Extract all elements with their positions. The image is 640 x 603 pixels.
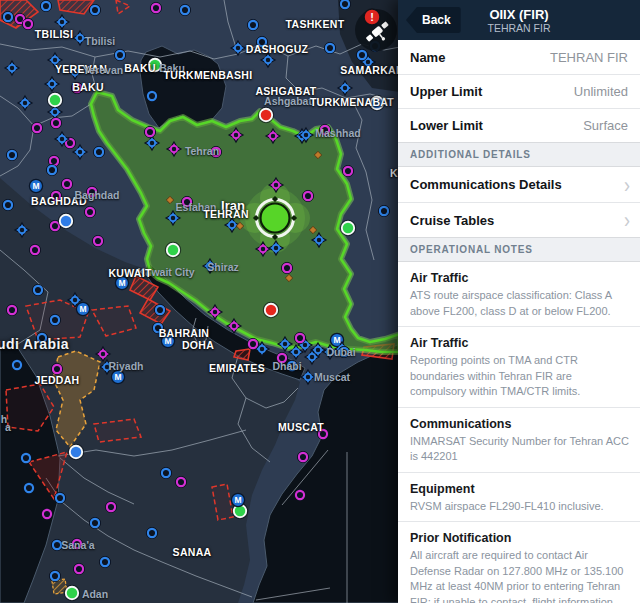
waypoint-blue-ring[interactable] [247, 19, 258, 30]
link-cruise-tables[interactable]: Cruise Tables › [398, 202, 640, 237]
waypoint-blue-ring[interactable] [36, 332, 47, 343]
back-button[interactable]: Back [406, 7, 461, 33]
airport-red-dot[interactable] [264, 303, 279, 318]
waypoint-blue-ring[interactable] [114, 49, 125, 60]
waypoint-magenta-ring[interactable] [302, 190, 313, 201]
waypoint-magenta-ring[interactable] [86, 186, 97, 197]
waypoint-blue-compass[interactable] [73, 31, 87, 45]
waypoint-blue-ring[interactable] [46, 164, 57, 175]
airspace-area-red-hatch[interactable] [58, 0, 94, 14]
waypoint-blue-ring[interactable] [40, 0, 51, 11]
waypoint-magenta-ring[interactable] [294, 489, 305, 500]
waypoint-magenta-ring[interactable] [294, 332, 305, 343]
waypoint-blue-compass[interactable] [338, 81, 352, 95]
waypoint-magenta-ring[interactable] [247, 338, 258, 349]
waypoint-blue-ring[interactable] [49, 314, 60, 325]
waypoint-blue-compass[interactable] [231, 41, 245, 55]
waypoint-magenta-ring[interactable] [92, 235, 103, 246]
airspace-area-red-dash[interactable] [116, 0, 130, 14]
waypoint-blue-ring[interactable] [338, 346, 349, 357]
map[interactable]: MMMMMMM! TBILISITbilisiYEREVANYerevanBAK… [0, 0, 400, 603]
waypoint-magenta-ring[interactable] [31, 122, 42, 133]
tfr-notification-icon[interactable]: ! [355, 9, 397, 51]
marker-m-circle[interactable]: M [115, 276, 128, 289]
waypoint-blue-ring[interactable] [51, 539, 62, 550]
waypoint-blue-ring[interactable] [154, 304, 165, 315]
waypoint-blue-compass[interactable] [48, 53, 62, 67]
waypoint-magenta-ring[interactable] [175, 476, 186, 487]
waypoint-magenta-ring[interactable] [317, 428, 328, 439]
waypoint-blue-compass[interactable] [45, 77, 59, 91]
waypoint-magenta-ring[interactable] [6, 304, 17, 315]
waypoint-blue-ring[interactable] [356, 49, 367, 60]
airport-green-dot[interactable] [65, 586, 80, 601]
waypoint-blue-ring[interactable] [32, 284, 43, 295]
waypoint-blue-compass[interactable] [68, 65, 82, 79]
waypoint-magenta-ring[interactable] [22, 18, 33, 29]
waypoint-magenta-ring[interactable] [210, 146, 221, 157]
waypoint-blue-compass[interactable] [261, 53, 275, 67]
waypoint-magenta-ring[interactable] [276, 352, 287, 363]
waypoint-blue-ring[interactable] [179, 4, 190, 15]
waypoint-blue-compass[interactable] [73, 145, 87, 159]
marker-m-circle[interactable]: M [111, 370, 124, 383]
waypoint-magenta-ring[interactable] [105, 501, 116, 512]
waypoint-magenta-ring[interactable] [51, 363, 62, 374]
airport-red-dot[interactable] [259, 108, 274, 123]
waypoint-magenta-ring[interactable] [61, 178, 72, 189]
link-communications-details[interactable]: Communications Details › [398, 167, 640, 202]
waypoint-magenta-ring[interactable] [181, 196, 192, 207]
airport-green-dot[interactable] [148, 58, 163, 73]
marker-m-circle[interactable]: M [161, 334, 174, 347]
airport-blue-dot[interactable] [59, 214, 74, 229]
waypoint-blue-ring[interactable] [93, 146, 104, 157]
waypoint-blue-ring[interactable] [339, 0, 350, 10]
waypoint-magenta-ring[interactable] [71, 82, 82, 93]
waypoint-blue-ring[interactable] [152, 322, 163, 333]
waypoint-blue-ring[interactable] [2, 11, 13, 22]
waypoint-blue-ring[interactable] [89, 4, 100, 15]
waypoint-blue-ring[interactable] [23, 482, 34, 493]
waypoint-magenta-ring[interactable] [84, 206, 95, 217]
airport-green-dot[interactable] [166, 243, 181, 258]
airport-blue-dot[interactable] [370, 96, 385, 111]
waypoint-blue-ring[interactable] [2, 199, 13, 210]
waypoint-blue-ring[interactable] [256, 36, 267, 47]
waypoint-magenta-ring[interactable] [342, 165, 353, 176]
waypoint-blue-ring[interactable] [146, 90, 157, 101]
waypoint-blue-ring[interactable] [89, 517, 100, 528]
waypoint-magenta-ring[interactable] [41, 508, 52, 519]
waypoint-magenta-ring[interactable] [319, 124, 330, 135]
waypoint-blue-ring[interactable] [160, 467, 171, 478]
waypoint-blue-compass[interactable] [55, 15, 69, 29]
waypoint-blue-ring[interactable] [378, 205, 389, 216]
waypoint-blue-ring[interactable] [11, 359, 22, 370]
waypoint-magenta-ring[interactable] [71, 538, 82, 549]
waypoint-magenta-ring[interactable] [297, 451, 308, 462]
waypoint-blue-ring[interactable] [54, 492, 65, 503]
waypoint-blue-compass[interactable] [18, 96, 32, 110]
waypoint-blue-ring[interactable] [146, 527, 157, 538]
waypoint-magenta-ring[interactable] [150, 2, 161, 13]
map-canvas[interactable]: MMMMMMM! [0, 0, 400, 603]
waypoint-blue-ring[interactable] [20, 452, 31, 463]
marker-m-circle[interactable]: M [76, 302, 89, 315]
waypoint-magenta-ring[interactable] [29, 244, 40, 255]
waypoint-blue-compass[interactable] [5, 61, 19, 75]
airport-blue-dot[interactable] [69, 445, 84, 460]
waypoint-blue-ring[interactable] [49, 570, 60, 581]
waypoint-blue-ring[interactable] [6, 149, 17, 160]
airport-green-dot[interactable] [341, 221, 356, 236]
marker-m-circle[interactable]: M [231, 493, 244, 506]
waypoint-blue-ring[interactable] [99, 556, 110, 567]
waypoint-magenta-ring[interactable] [50, 117, 61, 128]
waypoint-blue-ring[interactable] [286, 360, 297, 371]
marker-m-circle[interactable]: M [29, 179, 42, 192]
waypoint-magenta-ring[interactable] [281, 262, 292, 273]
airport-green-dot[interactable] [48, 93, 63, 108]
link-label: Communications Details [410, 177, 562, 192]
waypoint-magenta-ring[interactable] [73, 563, 84, 574]
waypoint-magenta-ring[interactable] [50, 190, 61, 201]
waypoint-blue-ring[interactable] [324, 42, 335, 53]
waypoint-magenta-ring[interactable] [144, 126, 155, 137]
